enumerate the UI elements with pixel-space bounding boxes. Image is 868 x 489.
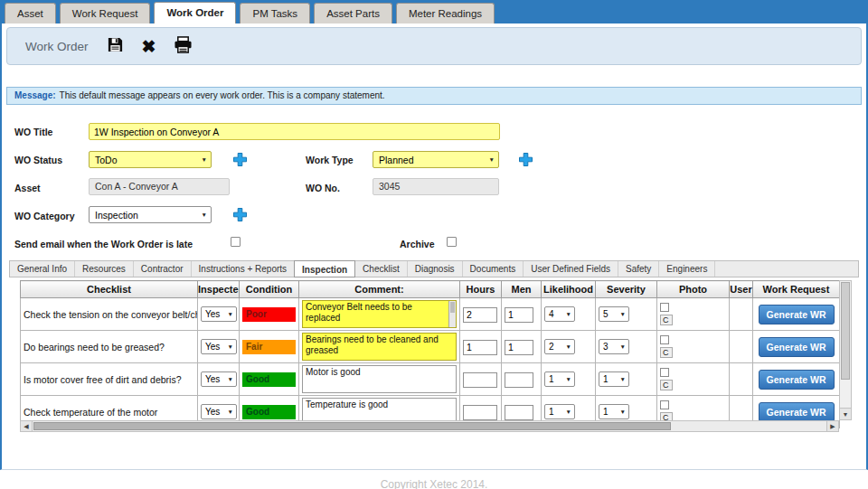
asset-field: Con A - Conveyor A	[89, 178, 230, 195]
likelihood-select[interactable]: 1	[544, 371, 575, 387]
photo-checkbox[interactable]	[660, 303, 669, 312]
wo-no-label: WO No.	[306, 183, 340, 193]
save-button[interactable]	[107, 36, 124, 56]
hours-input[interactable]	[463, 405, 497, 420]
generate-wr-button[interactable]: Generate WR	[759, 337, 835, 357]
add-category-icon[interactable]	[233, 208, 247, 221]
condition-chip: Poor	[242, 307, 296, 322]
photo-upload-button[interactable]: C	[660, 380, 673, 390]
section-tab-diagnosis[interactable]: Diagnosis	[408, 261, 463, 277]
wo-title-input[interactable]	[89, 123, 500, 140]
cancel-button[interactable]: ✖	[142, 38, 156, 55]
generate-wr-button[interactable]: Generate WR	[759, 305, 835, 324]
work-type-label: Work Type	[306, 155, 354, 165]
severity-select[interactable]: 3	[599, 339, 629, 354]
section-tab-safety[interactable]: Safety	[618, 261, 659, 277]
comment-cell: Bearings need to be cleaned and greased	[299, 331, 460, 363]
col-header-inspected: Inspected	[198, 281, 240, 298]
section-tab-contractor[interactable]: Contractor	[134, 261, 192, 277]
men-cell	[502, 298, 542, 331]
photo-upload-button[interactable]: C	[660, 315, 673, 325]
photo-checkbox[interactable]	[660, 400, 669, 409]
tab-asset-parts[interactable]: Asset Parts	[314, 3, 392, 24]
severity-select[interactable]: 1	[599, 371, 629, 387]
work-request-cell: Generate WR	[753, 298, 840, 331]
v-scroll-thumb[interactable]	[841, 282, 850, 380]
wo-category-select[interactable]: Inspection	[89, 206, 212, 223]
hours-input[interactable]	[463, 340, 497, 355]
likelihood-select[interactable]: 1	[544, 404, 575, 419]
comment-box[interactable]: Motor is good	[302, 365, 457, 393]
comment-box[interactable]: Bearings need to be cleaned and greased	[302, 333, 457, 361]
tab-work-order[interactable]: Work Order	[154, 2, 236, 24]
section-tab-checklist[interactable]: Checklist	[355, 261, 408, 277]
section-tab-inspection[interactable]: Inspection	[294, 260, 355, 277]
section-tab-general-info[interactable]: General Info	[10, 261, 75, 277]
scroll-right-icon[interactable]	[826, 421, 838, 431]
hours-input[interactable]	[463, 307, 497, 323]
h-scroll-thumb[interactable]	[33, 422, 671, 430]
vertical-scrollbar[interactable]	[839, 280, 852, 420]
message-text: This default message appears on every wo…	[60, 90, 385, 100]
generate-wr-button[interactable]: Generate WR	[759, 370, 835, 390]
archive-checkbox[interactable]	[447, 237, 457, 247]
men-input[interactable]	[505, 372, 533, 388]
inspected-select[interactable]: Yes	[201, 404, 237, 419]
work-type-select[interactable]: Planned	[373, 151, 499, 168]
photo-checkbox[interactable]	[660, 335, 669, 344]
severity-select[interactable]: 1	[599, 404, 629, 419]
horizontal-scrollbar[interactable]	[20, 420, 839, 432]
col-header-comment: Comment:	[299, 281, 460, 298]
likelihood-select[interactable]: 4	[544, 306, 575, 322]
top-tab-bar: AssetWork RequestWork OrderPM TasksAsset…	[0, 0, 868, 24]
tab-work-request[interactable]: Work Request	[60, 3, 151, 24]
generate-wr-button[interactable]: Generate WR	[759, 402, 835, 422]
email-late-checkbox[interactable]	[231, 237, 241, 247]
work-request-cell: Generate WR	[753, 363, 840, 396]
add-status-icon[interactable]	[233, 153, 247, 166]
section-tab-documents[interactable]: Documents	[463, 261, 524, 277]
add-work-type-icon[interactable]	[519, 153, 533, 166]
comment-box[interactable]: Conveyor Belt needs to be replaced	[302, 300, 457, 328]
photo-upload-button[interactable]: C	[660, 347, 673, 358]
severity-cell: 3	[596, 331, 657, 363]
likelihood-select[interactable]: 2	[544, 339, 575, 354]
hours-cell	[460, 331, 502, 363]
men-input[interactable]	[505, 307, 533, 323]
hours-input[interactable]	[463, 372, 497, 388]
condition-chip: Fair	[242, 340, 296, 354]
scroll-left-icon[interactable]	[21, 421, 33, 431]
message-bar: Message:This default message appears on …	[6, 87, 862, 105]
tab-meter-readings[interactable]: Meter Readings	[396, 3, 495, 24]
table-body: Check the tension on the conveyor belt/c…	[21, 298, 840, 428]
tab-pm-tasks[interactable]: PM Tasks	[240, 3, 310, 24]
photo-checkbox[interactable]	[660, 368, 669, 377]
condition-cell: Poor	[240, 298, 299, 331]
scroll-down-icon[interactable]	[840, 408, 851, 419]
section-tab-resources[interactable]: Resources	[75, 261, 134, 277]
printer-icon	[174, 36, 193, 56]
wo-status-label: WO Status	[14, 155, 62, 165]
comment-scrollbar[interactable]	[448, 301, 456, 327]
severity-select[interactable]: 5	[599, 306, 629, 322]
hours-cell	[460, 363, 502, 396]
men-input[interactable]	[505, 340, 533, 355]
wo-status-select[interactable]: ToDo	[89, 151, 212, 168]
save-icon	[107, 36, 124, 56]
table-row: Is motor cover free of dirt and debris?Y…	[21, 363, 840, 396]
likelihood-cell: 4	[542, 298, 596, 331]
tab-asset[interactable]: Asset	[5, 3, 56, 24]
men-cell	[502, 331, 542, 363]
print-button[interactable]	[174, 36, 193, 56]
inspected-select[interactable]: Yes	[201, 306, 237, 322]
men-input[interactable]	[505, 405, 533, 420]
section-tab-instructions-reports[interactable]: Instructions + Reports	[192, 261, 296, 277]
section-tab-user-defined-fields[interactable]: User Defined Fields	[524, 261, 618, 277]
section-tab-engineers[interactable]: Engineers	[659, 261, 715, 277]
section-tab-bar: General InfoResourcesContractorInstructi…	[9, 260, 859, 277]
inspected-select[interactable]: Yes	[201, 339, 237, 354]
comment-cell: Motor is good	[299, 363, 460, 396]
likelihood-cell: 1	[542, 363, 596, 396]
copyright-text: Copyright Xetec 2014.	[381, 478, 488, 489]
inspected-select[interactable]: Yes	[201, 371, 237, 387]
